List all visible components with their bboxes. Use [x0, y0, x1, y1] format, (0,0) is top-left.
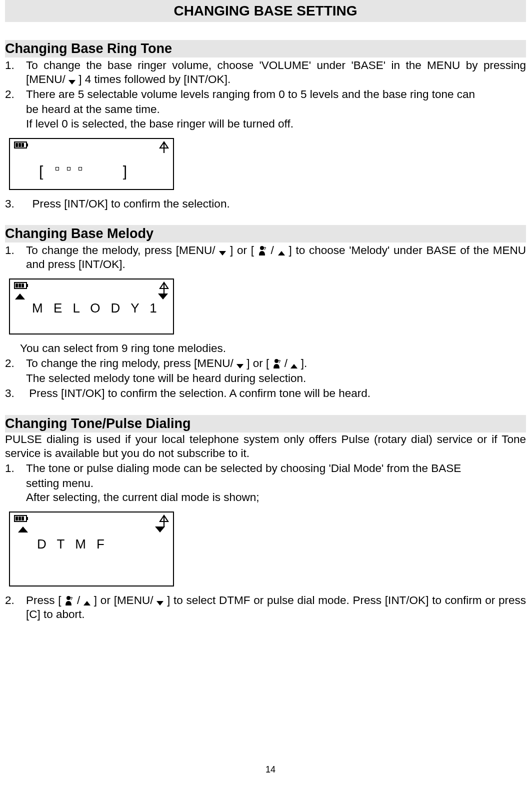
- antenna-icon: [159, 141, 169, 154]
- page-number: 14: [5, 764, 531, 775]
- down-arrow-icon: [155, 526, 165, 532]
- text: There are 5 selectable volume levels ran…: [26, 88, 475, 100]
- list-marker: 1.: [5, 244, 14, 258]
- list-marker: 3.: [5, 197, 14, 211]
- dial-step-1: 1. The tone or pulse dialing mode can be…: [5, 462, 526, 476]
- ring-tone-step-2: 2. There are 5 selectable volume levels …: [5, 88, 526, 102]
- melody-step-1: 1. To change the melody, press [MENU/ ] …: [5, 244, 526, 272]
- melody-step-2: 2. To change the ring melody, press [MEN…: [5, 356, 526, 370]
- melody-step-3: 3. Press [INT/OK] to confirm the selecti…: [5, 386, 526, 400]
- ring-tone-step-2-sub1: be heard at the same time.: [5, 102, 526, 116]
- lcd-dial-display: D T M F: [9, 512, 174, 586]
- ring-tone-step-2-sub2: If level 0 is selected, the base ringer …: [5, 117, 526, 131]
- text: Press [INT/OK] to confirm the selection.: [32, 198, 230, 210]
- antenna-icon: [159, 514, 169, 528]
- battery-icon: [14, 141, 29, 149]
- volume-bracket-left: [: [39, 163, 45, 180]
- ring-tone-step-1: 1. To change the base ringer volume, cho…: [5, 58, 526, 86]
- text: ] or [: [230, 244, 254, 256]
- section-heading-melody: Changing Base Melody: [5, 225, 526, 242]
- text: To change the melody, press [MENU/: [26, 244, 216, 256]
- text: Press [INT/OK] to confirm the selection.…: [29, 387, 370, 400]
- battery-icon: [14, 514, 29, 522]
- person-icon: [64, 596, 74, 606]
- text: /: [77, 594, 80, 606]
- text: The tone or pulse dialing mode can be se…: [26, 462, 461, 474]
- up-arrow-icon: [15, 294, 25, 300]
- text: To change the ring melody, press [MENU/: [26, 357, 234, 370]
- down-arrow-icon: [158, 294, 168, 300]
- person-icon: [272, 358, 282, 368]
- lcd-melody-display: M E L O D Y 1: [9, 278, 174, 334]
- up-arrow-icon: [278, 251, 285, 256]
- section-heading-dial: Changing Tone/Pulse Dialing: [5, 415, 526, 432]
- ring-tone-step-3: 3. Press [INT/OK] to confirm the selecti…: [5, 197, 526, 211]
- list-marker: 1.: [5, 58, 14, 72]
- up-arrow-icon: [18, 526, 28, 532]
- dial-step-1-sub1: setting menu.: [5, 476, 526, 490]
- list-marker: 1.: [5, 462, 14, 476]
- volume-bracket-right: ]: [123, 163, 129, 180]
- antenna-icon: [159, 282, 169, 294]
- list-marker: 2.: [5, 594, 14, 608]
- dial-step-1-sub2: After selecting, the current dial mode i…: [5, 490, 526, 504]
- melody-step-2-sub: The selected melody tone will be heard d…: [5, 372, 526, 386]
- page-title: CHANGING BASE SETTING: [5, 0, 526, 22]
- text: Press [: [26, 594, 62, 606]
- up-arrow-icon: [290, 364, 298, 368]
- text: ] or [MENU/: [94, 594, 154, 606]
- section-heading-ring-tone: Changing Base Ring Tone: [5, 40, 526, 58]
- lcd-melody-text: M E L O D Y 1: [14, 300, 169, 316]
- list-marker: 2.: [5, 356, 14, 370]
- text: /: [284, 357, 288, 370]
- down-arrow-icon: [68, 80, 76, 84]
- text: ].: [301, 357, 308, 370]
- down-arrow-icon: [236, 364, 244, 368]
- list-marker: 2.: [5, 88, 14, 102]
- battery-icon: [14, 282, 29, 290]
- lcd-dial-text: D T M F: [14, 536, 169, 552]
- down-arrow-icon: [156, 601, 164, 606]
- text: /: [271, 244, 274, 256]
- text: ] or [: [246, 357, 269, 370]
- text: ] 4 times followed by [INT/OK].: [78, 73, 230, 86]
- lcd-volume-display: [ ]: [9, 138, 174, 190]
- up-arrow-icon: [84, 601, 90, 606]
- volume-level-indicator: [52, 160, 86, 177]
- list-marker: 3.: [5, 386, 14, 400]
- dial-step-2: 2. Press [ / ] or [MENU/ ] to select DTM…: [5, 594, 526, 622]
- melody-after-lcd: You can select from 9 ring tone melodies…: [5, 342, 526, 356]
- down-arrow-icon: [219, 251, 226, 256]
- person-icon: [258, 246, 267, 256]
- dial-intro: PULSE dialing is used if your local tele…: [5, 432, 526, 460]
